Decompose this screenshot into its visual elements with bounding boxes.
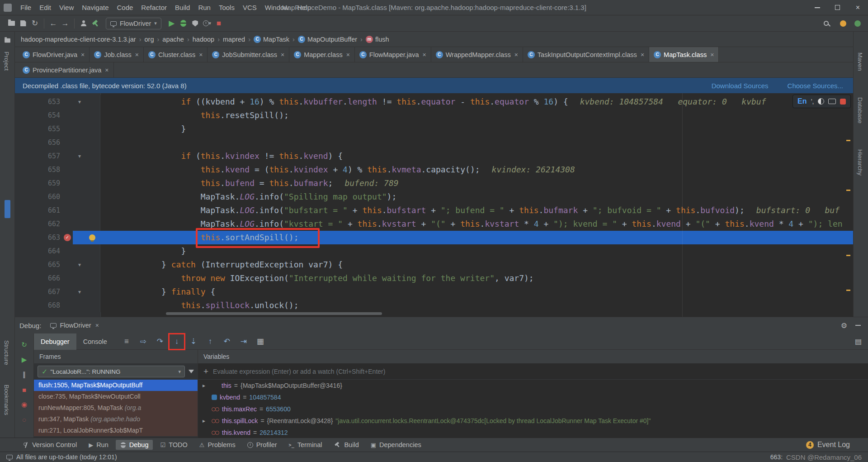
breadcrumb-item[interactable]: hadoop-mapreduce-client-core-3.1.3.jar bbox=[21, 36, 136, 43]
code-line-655[interactable]: 655 } bbox=[15, 122, 853, 136]
tool-tab-debug[interactable]: Debug bbox=[116, 440, 153, 450]
line-number[interactable]: 657 bbox=[15, 149, 60, 163]
menu-refactor[interactable]: Refactor bbox=[137, 0, 171, 15]
variable-row[interactable]: this.kvend = 26214312 bbox=[198, 427, 868, 438]
code-line-666[interactable]: 666 throw new IOException("Interrupted w… bbox=[15, 271, 853, 285]
tool-tab-terminal[interactable]: >_Terminal bbox=[284, 440, 327, 450]
line-number[interactable]: 667 bbox=[15, 285, 60, 299]
editor-tab-wrappedmapper-class[interactable]: CWrappedMapper.class× bbox=[431, 47, 523, 62]
restore-layout-icon[interactable]: ≡ bbox=[121, 336, 132, 347]
tool-tab-dependencies[interactable]: ▣Dependencies bbox=[366, 440, 426, 450]
frame-row[interactable]: run:347, MapTask (org.apache.hado bbox=[34, 414, 198, 425]
line-number[interactable]: 654 bbox=[15, 109, 60, 122]
tab-close-icon[interactable]: × bbox=[281, 51, 284, 58]
line-number[interactable]: 656 bbox=[15, 136, 60, 149]
tab-close-icon[interactable]: × bbox=[199, 51, 203, 58]
tab-close-icon[interactable]: × bbox=[105, 67, 108, 74]
tab-close-icon[interactable]: × bbox=[641, 51, 644, 58]
code-line-663[interactable]: 663✓ this.sortAndSpill(); bbox=[15, 231, 853, 244]
menu-code[interactable]: Code bbox=[113, 0, 137, 15]
line-number[interactable]: 666 bbox=[15, 271, 60, 285]
settings-gear-icon[interactable]: ⚙ bbox=[841, 321, 847, 330]
filter-frames-icon[interactable] bbox=[189, 370, 194, 373]
tab-close-icon[interactable]: × bbox=[514, 51, 518, 58]
profiler-button[interactable]: ▾ bbox=[201, 18, 213, 29]
expand-arrow-icon[interactable]: ▸ bbox=[203, 382, 209, 389]
pause-icon[interactable]: ∥ bbox=[19, 370, 29, 380]
run-button[interactable]: ▶ bbox=[166, 18, 178, 29]
hide-panel-icon[interactable] bbox=[855, 325, 861, 326]
show-execution-point-icon[interactable]: ⇨ bbox=[138, 336, 149, 347]
line-number[interactable]: 664 bbox=[15, 244, 60, 258]
line-number[interactable]: 662 bbox=[15, 217, 60, 231]
ime-toolbar[interactable]: En ’, bbox=[793, 95, 851, 108]
plugin-status-icon[interactable] bbox=[854, 20, 861, 27]
thread-select[interactable]: ✓ "LocalJobR...": RUNNING ▾ bbox=[38, 366, 185, 377]
code-line-665[interactable]: 665▾ } catch (InterruptedException var7)… bbox=[15, 258, 853, 271]
banner-link-download-sources[interactable]: Download Sources bbox=[712, 82, 769, 90]
tool-tab-profiler[interactable]: Profiler bbox=[243, 440, 282, 450]
coverage-button[interactable] bbox=[189, 18, 201, 29]
tab-close-icon[interactable]: × bbox=[710, 51, 714, 58]
tab-close-icon[interactable]: × bbox=[95, 322, 99, 329]
tool-tab-todo[interactable]: ☑TODO bbox=[156, 440, 192, 450]
menu-build[interactable]: Build bbox=[171, 0, 194, 15]
build-icon[interactable] bbox=[90, 18, 101, 29]
tab-debugger[interactable]: Debugger bbox=[34, 333, 76, 350]
editor-tab-job-class[interactable]: CJob.class× bbox=[90, 47, 144, 62]
line-number[interactable]: 663 bbox=[15, 231, 60, 244]
line-number[interactable]: 660 bbox=[15, 190, 60, 204]
ime-keyboard-icon[interactable] bbox=[828, 99, 836, 104]
ime-punctuation-indicator[interactable]: ’, bbox=[811, 98, 814, 105]
line-number[interactable]: 655 bbox=[15, 122, 60, 136]
error-stripe-mark[interactable] bbox=[846, 290, 850, 291]
breadcrumb-item[interactable]: CMapTask bbox=[254, 36, 289, 43]
menu-view[interactable]: View bbox=[55, 0, 78, 15]
tool-tab-build[interactable]: Build bbox=[329, 440, 363, 450]
tab-close-icon[interactable]: × bbox=[81, 51, 85, 58]
close-button[interactable]: × bbox=[848, 0, 868, 15]
step-into-icon[interactable]: ↓ bbox=[171, 336, 182, 347]
rerun-icon[interactable]: ↻ bbox=[19, 340, 29, 350]
frame-row[interactable]: run:271, LocalJobRunner$Job$MapT bbox=[34, 425, 198, 436]
stop-button[interactable]: ■ bbox=[213, 18, 225, 29]
error-stripe-mark[interactable] bbox=[846, 190, 850, 191]
save-icon[interactable] bbox=[17, 18, 29, 29]
ime-halfwidth-icon[interactable] bbox=[818, 98, 824, 105]
breadcrumb-item[interactable]: apache bbox=[162, 36, 184, 43]
code-line-653[interactable]: 653▾ if ((kvbend + 16) % this.kvbuffer.l… bbox=[15, 95, 853, 109]
tool-stripe-hierarchy[interactable]: Hierarchy bbox=[857, 149, 863, 176]
code-line-668[interactable]: 668 this.spillLock.unlock(); bbox=[15, 299, 853, 312]
minimize-button[interactable] bbox=[807, 0, 827, 15]
step-out-icon[interactable]: ↑ bbox=[205, 336, 216, 347]
menu-help[interactable]: Help bbox=[293, 0, 315, 15]
tool-stripe-bookmarks[interactable]: Bookmarks bbox=[3, 385, 10, 415]
add-watch-icon[interactable]: + bbox=[203, 367, 208, 376]
tab-close-icon[interactable]: × bbox=[346, 51, 350, 58]
tab-console[interactable]: Console bbox=[76, 333, 114, 350]
tool-tab-version-control[interactable]: Version Control bbox=[19, 440, 81, 450]
view-breakpoints-icon[interactable]: ◉ bbox=[19, 400, 29, 410]
banner-link-choose-sources-[interactable]: Choose Sources... bbox=[788, 82, 843, 90]
tool-tab-run[interactable]: ▶Run bbox=[84, 440, 113, 450]
tool-stripe-structure[interactable]: Structure bbox=[3, 340, 10, 365]
mute-breakpoints-icon[interactable]: ◌ bbox=[19, 414, 29, 424]
editor-tab-maptask-class[interactable]: CMapTask.class× bbox=[649, 47, 719, 62]
menu-navigate[interactable]: Navigate bbox=[78, 0, 113, 15]
code-line-658[interactable]: 658 this.kvend = (this.kvindex + 4) % th… bbox=[15, 163, 853, 176]
tab-close-icon[interactable]: × bbox=[422, 51, 426, 58]
variable-row[interactable]: ▸this.spillLock = {ReentrantLock@3428} "… bbox=[198, 415, 868, 427]
fold-icon[interactable]: ▾ bbox=[78, 95, 81, 109]
breakpoint-icon[interactable]: ✓ bbox=[64, 234, 71, 241]
force-step-into-icon[interactable]: ⇣ bbox=[188, 336, 199, 347]
fold-icon[interactable]: ▾ bbox=[78, 149, 81, 163]
drop-frame-icon[interactable]: ↶ bbox=[222, 336, 232, 347]
variable-row[interactable]: ▸this = {MapTask$MapOutputBuffer@3416} bbox=[198, 380, 868, 391]
menu-window[interactable]: Window bbox=[261, 0, 293, 15]
code-editor[interactable]: 653▾ if ((kvbend + 16) % this.kvbuffer.l… bbox=[15, 93, 853, 317]
breadcrumb-item[interactable]: mflush bbox=[366, 36, 389, 43]
menu-tools[interactable]: Tools bbox=[215, 0, 239, 15]
run-configuration-select[interactable]: FlowDriver ▾ bbox=[106, 18, 161, 29]
menu-edit[interactable]: Edit bbox=[35, 0, 55, 15]
line-number[interactable]: 668 bbox=[15, 299, 60, 312]
